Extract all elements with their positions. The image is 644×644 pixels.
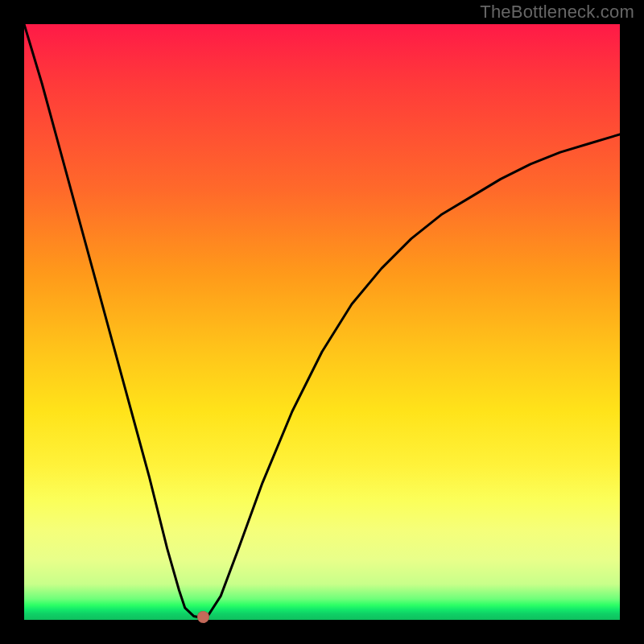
watermark-text: TheBottleneck.com bbox=[480, 2, 634, 23]
chart-frame: TheBottleneck.com bbox=[0, 0, 644, 644]
optimum-marker bbox=[197, 611, 209, 623]
plot-area bbox=[24, 24, 620, 620]
curve-path bbox=[24, 24, 620, 617]
bottleneck-curve bbox=[24, 24, 620, 620]
